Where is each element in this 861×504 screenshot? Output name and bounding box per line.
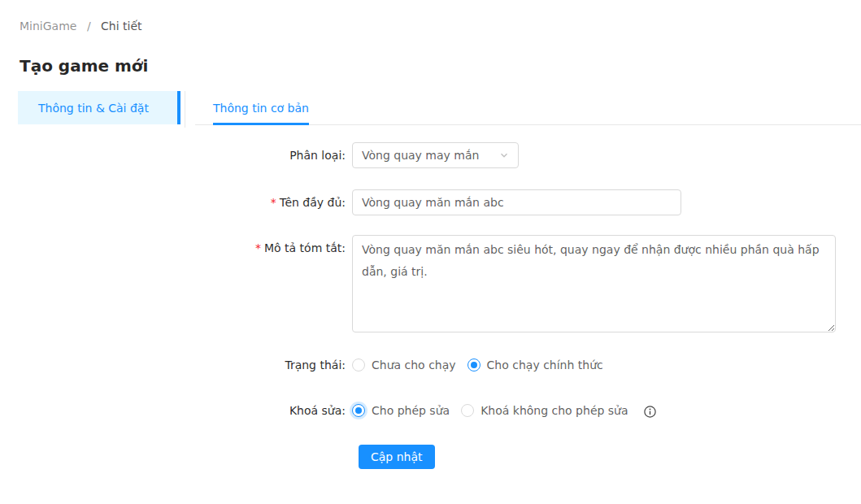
form-row-description: *Mô tả tóm tắt: Vòng quay măn mắn abc si… (0, 235, 861, 332)
full-name-label-text: Tên đầy đủ: (280, 196, 346, 209)
chevron-down-icon (499, 150, 509, 160)
tab-label: Thông tin cơ bản (213, 102, 309, 115)
radio-chua-cho-chay[interactable]: Chưa cho chạy (352, 358, 456, 371)
description-textarea[interactable]: Vòng quay măn mắn abc siêu hót, quay nga… (352, 235, 836, 332)
breadcrumb-item-minigame[interactable]: MiniGame (20, 20, 76, 33)
status-radio-group: Chưa cho chạy Cho chạy chính thức (352, 352, 615, 378)
info-circle-icon[interactable] (644, 406, 656, 418)
full-name-input[interactable] (352, 189, 681, 215)
radio-button (467, 358, 481, 371)
form-row-status: Trạng thái: Chưa cho chạy Cho chạy chính… (0, 352, 861, 378)
radio-button (352, 404, 365, 417)
radio-button (352, 358, 365, 371)
form-row-full-name: *Tên đầy đủ: (0, 189, 861, 215)
page-title: Tạo game mới (20, 56, 148, 76)
active-tab-indicator (213, 123, 309, 125)
required-asterisk: * (271, 196, 276, 209)
required-asterisk: * (255, 241, 261, 254)
sidebar-item-thong-tin-cai-dat[interactable]: Thông tin & Cài đặt (18, 91, 180, 124)
radio-button (461, 404, 474, 417)
lock-edit-label: Khoá sửa: (0, 398, 352, 424)
tab-thong-tin-co-ban[interactable]: Thông tin cơ bản (213, 91, 309, 124)
form-actions: Cập nhật (0, 445, 861, 469)
category-select[interactable]: Vòng quay may mắn (352, 142, 519, 168)
sidebar-item-label: Thông tin & Cài đặt (38, 102, 149, 115)
description-label-text: Mô tả tóm tắt: (264, 241, 346, 254)
description-label: *Mô tả tóm tắt: (0, 235, 352, 261)
radio-label: Chưa cho chạy (372, 358, 456, 371)
radio-cho-phep-sua[interactable]: Cho phép sửa (352, 404, 450, 417)
full-name-label: *Tên đầy đủ: (0, 189, 352, 215)
update-button[interactable]: Cập nhật (359, 445, 435, 469)
status-label: Trạng thái: (0, 352, 352, 378)
radio-label: Cho phép sửa (372, 404, 450, 417)
breadcrumb-separator: / (87, 20, 91, 33)
breadcrumb: MiniGame / Chi tiết (20, 20, 142, 33)
radio-dot (355, 407, 362, 414)
radio-khoa-khong-cho-phep-sua[interactable]: Khoá không cho phép sửa (461, 404, 628, 417)
radio-label: Khoá không cho phép sửa (481, 404, 628, 417)
form: Phân loại: Vòng quay may mắn *Tên đầy đủ… (0, 142, 861, 469)
left-nav: Thông tin & Cài đặt (0, 91, 185, 128)
radio-label: Cho chạy chính thức (487, 358, 603, 371)
category-label: Phân loại: (0, 142, 352, 168)
radio-dot (471, 362, 477, 368)
tab-bar: Thông tin cơ bản (195, 91, 861, 125)
breadcrumb-item-chi-tiet: Chi tiết (101, 20, 141, 33)
form-row-category: Phân loại: Vòng quay may mắn (0, 142, 861, 168)
lock-edit-radio-group: Cho phép sửa Khoá không cho phép sửa (352, 398, 656, 424)
form-row-lock-edit: Khoá sửa: Cho phép sửa Khoá không cho ph… (0, 398, 861, 424)
radio-cho-chay-chinh-thuc[interactable]: Cho chạy chính thức (467, 358, 603, 371)
category-select-value: Vòng quay may mắn (362, 149, 479, 162)
